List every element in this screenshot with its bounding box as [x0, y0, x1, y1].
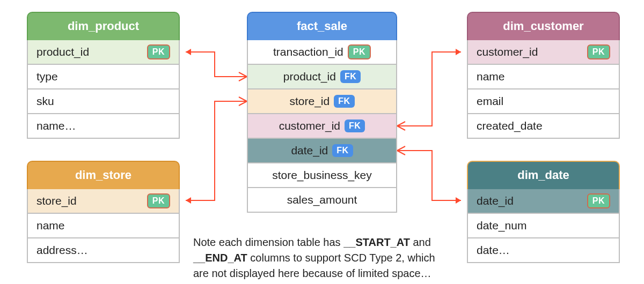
column-name: transaction_id: [273, 46, 343, 58]
footnote-bold: __END_AT: [193, 252, 247, 264]
table-dim-customer: dim_customer customer_id PK name email c…: [467, 12, 620, 139]
table-row: name…: [27, 114, 180, 139]
column-name: product_id: [283, 70, 336, 83]
column-name: date_id: [291, 144, 328, 157]
table-row: date…: [467, 238, 620, 263]
column-name: sku: [36, 95, 170, 108]
pk-badge: PK: [147, 193, 170, 208]
footnote-text: and: [410, 236, 431, 248]
svg-marker-0: [186, 49, 191, 55]
svg-marker-1: [186, 197, 191, 204]
table-header: dim_date: [467, 161, 620, 189]
table-row: address…: [27, 238, 180, 263]
table-row: customer_id FK: [247, 114, 397, 139]
pk-badge: PK: [587, 193, 610, 208]
column-name: store_id: [36, 195, 143, 207]
column-name: store_business_key: [272, 169, 372, 182]
diagram-footnote: Note each dimension table has __START_AT…: [193, 235, 453, 281]
svg-marker-2: [456, 49, 461, 55]
table-row: date_num: [467, 214, 620, 238]
column-name: name: [36, 219, 170, 232]
column-name: type: [36, 70, 170, 83]
fk-badge: FK: [345, 119, 365, 132]
column-name: store_id: [289, 95, 330, 108]
column-name: product_id: [36, 46, 143, 58]
column-name: sales_amount: [287, 193, 357, 206]
pk-badge: PK: [587, 44, 610, 59]
svg-marker-3: [456, 197, 461, 204]
fk-badge: FK: [332, 144, 353, 157]
footnote-text: Note each dimension table has: [193, 236, 343, 248]
table-row: email: [467, 89, 620, 114]
column-name: email: [477, 95, 610, 108]
table-row: product_id FK: [247, 65, 397, 89]
table-row: transaction_id PK: [247, 40, 397, 65]
table-dim-date: dim_date date_id PK date_num date…: [467, 161, 620, 263]
column-name: address…: [36, 244, 170, 257]
footnote-bold: __START_AT: [343, 236, 410, 248]
table-row: store_id FK: [247, 89, 397, 114]
table-dim-product: dim_product product_id PK type sku name…: [27, 12, 180, 139]
table-row: store_business_key: [247, 163, 397, 188]
table-row: sales_amount: [247, 188, 397, 213]
table-dim-store: dim_store store_id PK name address…: [27, 161, 180, 263]
table-row: date_id FK: [247, 139, 397, 163]
pk-badge: PK: [147, 44, 170, 59]
table-header: dim_product: [27, 12, 180, 40]
column-name: name…: [36, 119, 170, 132]
table-header: dim_customer: [467, 12, 620, 40]
table-row: name: [467, 65, 620, 89]
column-name: created_date: [477, 119, 610, 132]
column-name: date_id: [477, 195, 583, 207]
column-name: customer_id: [477, 46, 583, 58]
table-row: type: [27, 65, 180, 89]
pk-badge: PK: [348, 44, 371, 59]
fk-badge: FK: [340, 70, 361, 83]
column-name: date_num: [477, 219, 610, 232]
table-header: dim_store: [27, 161, 180, 189]
table-row: store_id PK: [27, 189, 180, 214]
table-row: product_id PK: [27, 40, 180, 65]
column-name: name: [477, 70, 610, 83]
fk-badge: FK: [334, 95, 354, 108]
table-header: fact_sale: [247, 12, 397, 40]
table-row: created_date: [467, 114, 620, 139]
table-row: name: [27, 214, 180, 238]
table-row: customer_id PK: [467, 40, 620, 65]
column-name: customer_id: [279, 119, 340, 132]
table-row: sku: [27, 89, 180, 114]
column-name: date…: [477, 244, 610, 257]
table-row: date_id PK: [467, 189, 620, 214]
table-fact-sale: fact_sale transaction_id PK product_id F…: [247, 12, 397, 213]
